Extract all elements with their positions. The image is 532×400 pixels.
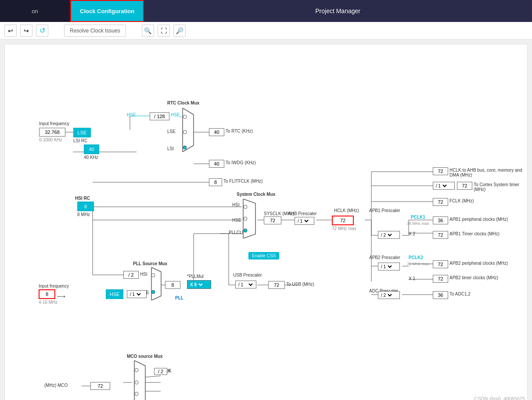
lsi-rc-label: LSI RC <box>73 138 87 143</box>
apb1-timer-dest: APB1 Timer clocks (MHz) <box>449 231 500 236</box>
input-freq-value-box[interactable]: 32.768 <box>39 128 65 137</box>
svg-point-58 <box>151 274 155 277</box>
apb2-div-select[interactable]: / 1/ 2 <box>378 263 400 270</box>
resolve-clock-issues-button[interactable]: Resolve Clock Issues <box>64 25 126 37</box>
hclk-box[interactable]: 72 <box>332 216 354 225</box>
mco-source-label: MCO source Mux <box>127 354 163 359</box>
pll-mul-select-input[interactable]: X 9X 6X 8 <box>188 282 204 288</box>
adc-select[interactable]: / 2/ 4 <box>379 292 393 298</box>
pclk2-max-label: 72 MHz max <box>407 262 429 266</box>
hsi-value-box[interactable]: 8 <box>77 202 94 211</box>
hsi-rc-label: HSI RC <box>75 196 90 201</box>
pll-value-box: 8 <box>165 281 180 289</box>
apb2-x1-label: X 1 <box>409 276 415 281</box>
iwdg-dest-label: To IWDG (KHz) <box>226 160 256 165</box>
fclk-value-box: 72 <box>433 198 448 206</box>
tab-left-label: on <box>32 8 38 14</box>
mco-label: (MHz) MCO <box>44 383 68 388</box>
hse-div1-select[interactable]: / 1 <box>127 290 147 298</box>
svg-point-61 <box>135 368 138 372</box>
sysclk-box: 72 <box>264 216 281 224</box>
input-freq2-box[interactable]: 8 <box>39 289 55 299</box>
adc-div-select[interactable]: / 2/ 4 <box>378 291 400 299</box>
tab-clock-config[interactable]: Clock Configuration <box>70 0 144 22</box>
svg-point-51 <box>183 130 187 134</box>
svg-point-63 <box>135 392 138 396</box>
cortex-div-select[interactable]: / 1 <box>433 182 455 190</box>
usb-prescaler-label: USB Prescaler <box>233 273 262 277</box>
input-freq2-label: Input frequency <box>39 284 69 288</box>
rtc-dest-label: To RTC (KHz) <box>226 129 253 133</box>
lse-mux-label: LSE <box>167 129 176 134</box>
apb1-periph-dest: APB1 peripheral clocks (MHz) <box>449 217 508 222</box>
hse-sys-label: HSE <box>232 218 241 223</box>
flit-dest-label: To FLITFCLK (MHz) <box>223 179 262 184</box>
svg-marker-49 <box>183 108 194 152</box>
tab-left[interactable]: on <box>0 0 70 22</box>
hclk-ahb-value-box: 72 <box>433 167 448 175</box>
cortex-dest: To Cortex System timer (MHz) <box>474 182 527 192</box>
pclk1-max-label: 36 MHz max <box>407 221 429 226</box>
pll-div2-box: / 2 <box>123 271 139 279</box>
pll-mul-label: *PLLMul <box>187 274 204 279</box>
pll-mul-select[interactable]: X 9X 6X 8 <box>187 280 211 289</box>
apb1-select[interactable]: / 2/ 1/ 4 <box>379 232 393 238</box>
rtc-out-box: 40 <box>209 128 224 136</box>
lsi-mux-label: LSI <box>167 146 174 151</box>
tab-project-manager[interactable]: Project Manager <box>144 0 532 22</box>
apb2-label: APB2 Prescaler <box>369 255 400 260</box>
watermark: CSDN @m0_48065625 <box>474 396 525 400</box>
mco-value-box: 72 <box>90 382 110 390</box>
cortex-value-box: 72 <box>457 182 472 190</box>
zoom-out-button[interactable]: 🔍 <box>173 25 186 37</box>
div128-box[interactable]: / 128 <box>150 112 169 120</box>
ahb-select[interactable]: / 1/ 2/ 4 <box>296 218 310 224</box>
svg-point-52 <box>183 146 187 149</box>
ahb-label: AHB Prescaler <box>288 211 317 216</box>
apb1-div-select[interactable]: / 2/ 1/ 4 <box>378 231 400 239</box>
usb-value-box: 72 <box>268 281 285 289</box>
cortex-select[interactable]: / 1 <box>434 183 448 189</box>
refresh-button[interactable]: ↺ <box>36 25 48 37</box>
redo-button[interactable]: ↪ <box>20 25 32 37</box>
fit-button[interactable]: ⛶ <box>158 25 170 37</box>
apb2-timer-dest: APB2 timer clocks (MHz) <box>449 275 498 280</box>
apb2-select[interactable]: / 1/ 2 <box>379 264 393 270</box>
hclk-max-label: 72 MHz max <box>332 226 356 231</box>
hsi-sys-label: HSI <box>232 202 240 207</box>
flit-out-box: 8 <box>209 178 222 186</box>
ahb-div-select[interactable]: / 1/ 2/ 4 <box>295 217 314 225</box>
tab-pm-label: Project Manager <box>315 7 360 14</box>
pll-source-label: PLL Source Mux <box>133 261 167 266</box>
enable-css-button[interactable]: Enable CSS <box>248 252 279 259</box>
tab-clock-label: Clock Configuration <box>80 8 134 14</box>
hse-box[interactable]: HSE <box>106 289 123 299</box>
pclk1-label: PCLK1 <box>411 215 425 220</box>
pll-hsi-label: HSI <box>140 272 147 277</box>
svg-point-55 <box>244 217 247 220</box>
resolve-label: Resolve Clock Issues <box>70 28 120 34</box>
apb1-timer-box: 72 <box>433 231 448 239</box>
clock-diagram-canvas: Input frequency 32.768 0-1000 KHz LSE LS… <box>4 44 528 400</box>
toolbar: ↩ ↪ ↺ Resolve Clock Issues 🔍 ⛶ 🔍 <box>0 22 532 40</box>
iwdg-out-box: 40 <box>209 160 224 168</box>
usb-div-select[interactable]: / 1/ 1.5 <box>235 281 256 288</box>
input-freq2-range: 4-16 MHz <box>39 300 58 305</box>
rtc-mux-label: RTC Clock Mux <box>167 101 199 105</box>
hse-line-label: HSE <box>127 112 136 117</box>
zoom-in-button[interactable]: 🔍 <box>142 25 154 37</box>
lsi-value-box[interactable]: 40 <box>84 144 99 154</box>
input-freq-unit: 0-1000 KHz <box>39 137 62 142</box>
svg-point-56 <box>244 229 247 232</box>
undo-button[interactable]: ↩ <box>4 25 17 37</box>
arrow-right: ⟶ <box>57 293 65 300</box>
hse-div1-select-input[interactable]: / 1 <box>128 292 142 297</box>
lsi-unit-label: 40 KHz <box>84 155 98 160</box>
svg-point-59 <box>151 290 155 294</box>
rtc-mux-shape <box>180 108 196 152</box>
usb-select[interactable]: / 1/ 1.5 <box>237 282 254 288</box>
svg-marker-57 <box>151 267 161 300</box>
fclk-dest: FCLK (MHz) <box>449 198 474 203</box>
pll-mux-shape <box>150 267 163 300</box>
lse-box[interactable]: LSE <box>73 128 91 137</box>
